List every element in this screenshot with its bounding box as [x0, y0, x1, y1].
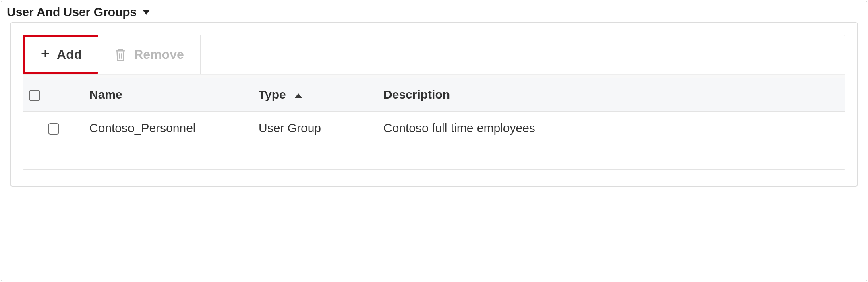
table-header-row: Name Type Description: [23, 78, 845, 112]
toolbar: + Add Remove: [23, 35, 845, 74]
add-button-label: Add: [57, 47, 82, 62]
sort-ascending-icon: [295, 93, 302, 98]
section-container: User And User Groups + Add: [1, 1, 867, 281]
row-checkbox-cell: [23, 112, 84, 145]
column-header-name[interactable]: Name: [84, 78, 253, 112]
section-title-text: User And User Groups: [7, 5, 137, 19]
header-checkbox-cell: [23, 78, 84, 112]
remove-button: Remove: [98, 35, 201, 74]
trash-icon: [114, 48, 126, 62]
cell-name: Contoso_Personnel: [84, 112, 253, 145]
cell-type: User Group: [253, 112, 378, 145]
empty-space: [23, 145, 845, 169]
data-table: Name Type Description: [23, 78, 845, 169]
inner-card: + Add Remove: [23, 35, 845, 170]
add-button[interactable]: + Add: [23, 35, 98, 74]
chevron-down-icon: [142, 10, 150, 15]
column-header-type[interactable]: Type: [253, 78, 378, 112]
column-header-name-label: Name: [89, 88, 122, 101]
cell-description: Contoso full time employees: [378, 112, 845, 145]
panel: + Add Remove: [10, 22, 858, 187]
table-row[interactable]: Contoso_Personnel User Group Contoso ful…: [23, 112, 845, 145]
remove-button-label: Remove: [134, 47, 184, 62]
column-header-description-label: Description: [383, 88, 450, 101]
toolbar-separator: [23, 74, 845, 78]
column-header-type-label: Type: [259, 88, 286, 101]
row-checkbox[interactable]: [48, 123, 59, 135]
column-header-description[interactable]: Description: [378, 78, 845, 112]
plus-icon: +: [41, 46, 50, 61]
section-header[interactable]: User And User Groups: [1, 1, 867, 22]
select-all-checkbox[interactable]: [29, 90, 40, 101]
